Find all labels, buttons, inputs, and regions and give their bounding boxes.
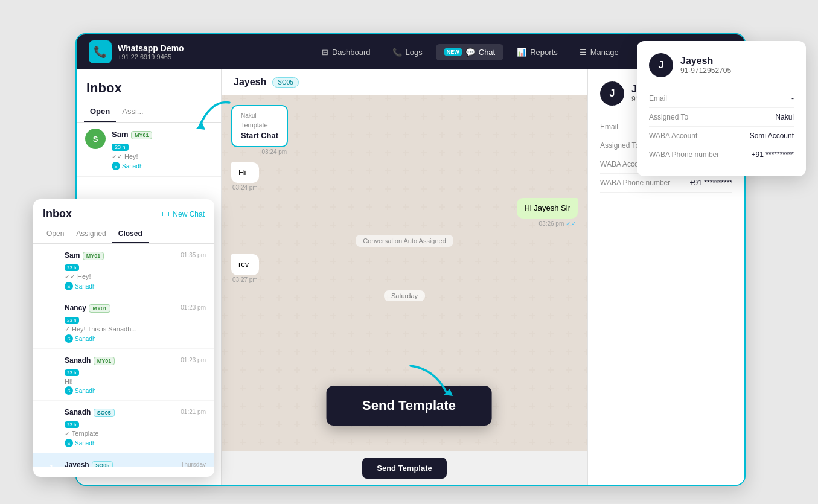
- chat-preview: ✓✓ Hey!: [112, 153, 212, 161]
- age-badge: 23 h: [112, 144, 129, 151]
- avatar: S: [42, 354, 60, 372]
- chat-agent: S Sanadh: [112, 162, 212, 170]
- message-rcv: rcv 03:27 pm: [231, 254, 259, 282]
- tab-closed[interactable]: Closed: [112, 225, 149, 243]
- chat-status-badge: SO05: [272, 77, 299, 88]
- card-info-waba: WABA Account Somi Account: [649, 127, 794, 145]
- msg-time: 03:26 pm ✓✓: [517, 220, 578, 228]
- contact-card-name: Jayesh: [680, 56, 731, 66]
- message-outgoing: Hi Jayesh Sir 03:26 pm ✓✓: [517, 198, 578, 228]
- chat-agent: S Sanadh: [65, 439, 206, 447]
- contact-name: Jayesh: [65, 461, 89, 467]
- msg-time: 03:24 pm: [231, 148, 288, 155]
- avatar: S: [42, 249, 60, 267]
- message-text: Hi Jayesh Sir: [524, 203, 570, 212]
- chat-send-template-button[interactable]: Send Template: [362, 458, 447, 479]
- time-label: 01:23 pm: [181, 304, 206, 311]
- chat-icon: 💬: [465, 48, 475, 57]
- second-inbox: Inbox + + New Chat Open Assigned Closed …: [33, 199, 214, 477]
- contact-name: Sam: [112, 130, 128, 139]
- avatar: S: [85, 129, 106, 149]
- reports-icon: 📊: [517, 48, 526, 57]
- contact-card: J Jayesh 91-9712952705 Email - Assigned …: [637, 41, 806, 176]
- info-waba-phone: WABA Phone number +91 **********: [600, 174, 732, 193]
- app-title: Whatsapp Demo: [118, 43, 184, 53]
- card-info-waba-phone: WABA Phone number +91 **********: [649, 145, 794, 164]
- second-inbox-header: Inbox + + New Chat: [33, 199, 214, 225]
- avatar: J: [42, 459, 60, 467]
- tab-open[interactable]: Open: [40, 225, 70, 243]
- contact-badge: SO05: [92, 461, 113, 467]
- tab-open[interactable]: Open: [84, 102, 116, 122]
- card-info-assigned: Assigned To Nakul: [649, 108, 794, 127]
- contact-card-header: J Jayesh 91-9712952705: [649, 53, 794, 77]
- msg-time: 03:24 pm: [231, 184, 259, 191]
- top-arrow-annotation: [175, 94, 248, 144]
- list-item[interactable]: N Nancy MY01 01:23 pm 23 h ✓ Hey! This i…: [33, 296, 214, 349]
- age-badge: 23 h: [65, 264, 79, 271]
- logs-icon: 📞: [392, 48, 402, 57]
- list-item[interactable]: S Sanadh MY01 01:23 pm 23 h Hi! S Sanadh: [33, 349, 214, 401]
- contact-card-phone: 91-9712952705: [680, 66, 731, 75]
- contact-badge: MY01: [89, 304, 110, 313]
- chat-preview: ✓ Hey! This is Sanadh...: [65, 325, 206, 333]
- chat-new-badge: NEW: [444, 48, 462, 56]
- chat-agent: S Sanadh: [65, 282, 206, 290]
- chat-preview: ✓✓ Hey!: [65, 273, 206, 281]
- nav-manage[interactable]: ☰ Manage: [571, 44, 627, 60]
- second-chat-list: S Sam MY01 01:35 pm 23 h ✓✓ Hey! S Sanad…: [33, 244, 214, 467]
- chat-preview: Hi!: [65, 378, 206, 385]
- list-item[interactable]: S Sanadh SO05 01:21 pm 23 h ✓ Template S…: [33, 401, 214, 453]
- nav-chat[interactable]: NEW 💬 Chat: [436, 44, 503, 60]
- second-inbox-title: Inbox: [43, 208, 72, 220]
- contact-badge: MY01: [94, 357, 115, 365]
- contact-name: Sam: [65, 251, 80, 260]
- list-item[interactable]: S Sam MY01 01:35 pm 23 h ✓✓ Hey! S Sanad…: [33, 244, 214, 296]
- contact-badge: MY01: [83, 252, 104, 260]
- time-label: 01:35 pm: [181, 252, 206, 258]
- bottom-arrow-annotation: [392, 360, 465, 410]
- msg-time: 03:27 pm: [231, 276, 259, 283]
- time-label: Thursday: [181, 461, 206, 468]
- message-text: Hi: [238, 168, 246, 177]
- app-subtitle: +91 22 6919 9465: [118, 53, 184, 60]
- avatar: S: [42, 406, 60, 424]
- age-badge: 23 h: [65, 369, 79, 376]
- chat-contact-name: Jayesh: [234, 77, 266, 88]
- contact-name: Sanadh: [65, 356, 91, 365]
- message-text: rcv: [238, 260, 249, 269]
- contact-badge: MY01: [131, 131, 153, 139]
- nav-brand: 📞 Whatsapp Demo +91 22 6919 9465: [89, 40, 184, 63]
- nav-dashboard[interactable]: ⊞ Dashboard: [313, 44, 379, 60]
- plus-icon: +: [161, 210, 165, 219]
- age-badge: 23 h: [65, 317, 79, 324]
- nav-logs[interactable]: 📞 Logs: [384, 44, 431, 60]
- contact-name: Nancy: [65, 304, 86, 312]
- manage-icon: ☰: [580, 48, 587, 57]
- list-item[interactable]: J Jayesh SO05 Thursday rcv: [33, 453, 214, 467]
- nav-reports[interactable]: 📊 Reports: [508, 44, 566, 60]
- avatar: N: [42, 302, 60, 320]
- contact-name: Sanadh: [65, 408, 91, 416]
- message-hi: Hi 03:24 pm: [231, 162, 259, 191]
- chat-agent: S Sanadh: [65, 386, 206, 395]
- card-info-email: Email -: [649, 89, 794, 108]
- time-label: 01:23 pm: [181, 357, 206, 363]
- dashboard-icon: ⊞: [322, 48, 328, 57]
- chat-bottom-bar: Send Template: [222, 451, 587, 485]
- chat-preview: ✓ Template: [65, 430, 206, 438]
- contact-avatar: J: [600, 81, 624, 106]
- system-message: Conversation Auto Assigned: [356, 235, 453, 247]
- app-logo-icon: 📞: [89, 40, 112, 63]
- chat-header: Jayesh SO05: [222, 69, 587, 95]
- contact-badge: SO05: [94, 409, 115, 417]
- time-label: 01:21 pm: [181, 409, 206, 415]
- contact-card-avatar: J: [649, 53, 673, 77]
- second-inbox-tabs: Open Assigned Closed: [33, 225, 214, 244]
- chat-agent: S Sanadh: [65, 334, 206, 343]
- tab-assigned[interactable]: Assigned: [70, 225, 112, 243]
- age-badge: 23 h: [65, 421, 79, 428]
- day-separator: Saturday: [384, 290, 425, 301]
- new-chat-button[interactable]: + + New Chat: [161, 210, 205, 219]
- tab-assigned[interactable]: Assi...: [116, 102, 149, 122]
